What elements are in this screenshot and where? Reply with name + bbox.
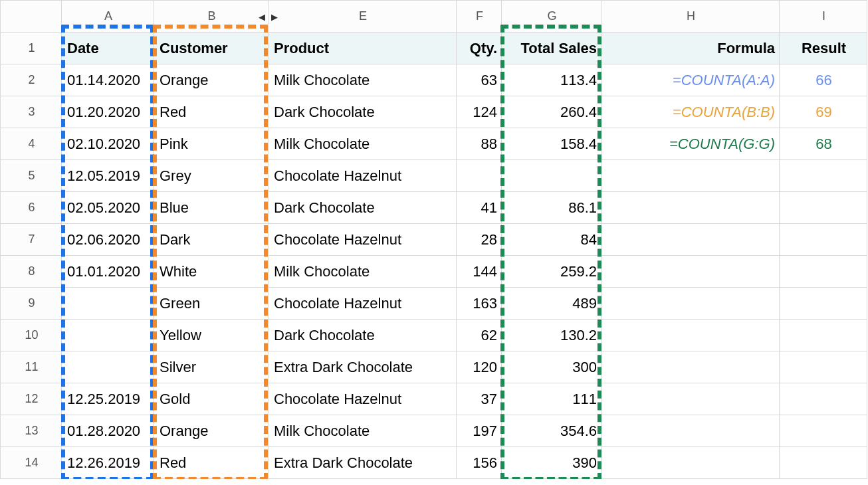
cell-I9[interactable]: [780, 288, 867, 320]
cell-F5[interactable]: [457, 160, 502, 192]
cell-B13[interactable]: Orange: [154, 415, 269, 447]
row-header[interactable]: 6: [1, 192, 62, 224]
cell-E13[interactable]: Milk Chocolate: [269, 415, 457, 447]
cell-I4[interactable]: 68: [780, 128, 867, 160]
cell-A3[interactable]: 01.20.2020: [62, 96, 154, 128]
expand-cols-left-icon[interactable]: ◀: [259, 11, 265, 21]
cell-E1[interactable]: Product: [269, 33, 457, 64]
cell-H10[interactable]: [601, 320, 780, 351]
col-header-F[interactable]: F: [457, 1, 502, 33]
cell-F3[interactable]: 124: [457, 96, 502, 128]
cell-A14[interactable]: 12.26.2019: [62, 447, 154, 479]
cell-B4[interactable]: Pink: [154, 128, 269, 160]
cell-H8[interactable]: [601, 256, 780, 288]
cell-H12[interactable]: [601, 383, 780, 415]
cell-E2[interactable]: Milk Chocolate: [269, 64, 457, 96]
cell-A12[interactable]: 12.25.2019: [62, 383, 154, 415]
cell-G13[interactable]: 354.6: [502, 415, 601, 447]
cell-H7[interactable]: [601, 224, 780, 256]
cell-I13[interactable]: [780, 415, 867, 447]
row-header[interactable]: 9: [1, 288, 62, 320]
cell-H4[interactable]: =COUNTA(G:G): [601, 128, 780, 160]
cell-F14[interactable]: 156: [457, 447, 502, 479]
cell-H3[interactable]: =COUNTA(B:B): [601, 96, 780, 128]
cell-A13[interactable]: 01.28.2020: [62, 415, 154, 447]
cell-B3[interactable]: Red: [154, 96, 269, 128]
cell-I2[interactable]: 66: [780, 64, 867, 96]
cell-B7[interactable]: Dark: [154, 224, 269, 256]
cell-B14[interactable]: Red: [154, 447, 269, 479]
cell-F11[interactable]: 120: [457, 351, 502, 383]
cell-H11[interactable]: [601, 351, 780, 383]
cell-B6[interactable]: Blue: [154, 192, 269, 224]
cell-F10[interactable]: 62: [457, 320, 502, 351]
cell-F6[interactable]: 41: [457, 192, 502, 224]
cell-B12[interactable]: Gold: [154, 383, 269, 415]
cell-H13[interactable]: [601, 415, 780, 447]
cell-H14[interactable]: [601, 447, 780, 479]
cell-I14[interactable]: [780, 447, 867, 479]
row-header[interactable]: 12: [1, 383, 62, 415]
row-header[interactable]: 3: [1, 96, 62, 128]
cell-E11[interactable]: Extra Dark Chocolate: [269, 351, 457, 383]
col-header-H[interactable]: H: [601, 1, 780, 33]
cell-F8[interactable]: 144: [457, 256, 502, 288]
select-all-corner[interactable]: [1, 1, 62, 33]
cell-H1[interactable]: Formula: [601, 33, 780, 64]
row-header[interactable]: 8: [1, 256, 62, 288]
cell-A2[interactable]: 01.14.2020: [62, 64, 154, 96]
cell-B1[interactable]: Customer: [154, 33, 269, 64]
cell-I1[interactable]: Result: [780, 33, 867, 64]
row-header[interactable]: 1: [1, 33, 62, 64]
cell-E10[interactable]: Dark Chocolate: [269, 320, 457, 351]
expand-cols-right-icon[interactable]: ▶: [271, 11, 278, 21]
cell-G12[interactable]: 111: [502, 383, 601, 415]
col-header-B[interactable]: B ◀: [154, 1, 269, 33]
cell-G8[interactable]: 259.2: [502, 256, 601, 288]
row-header[interactable]: 11: [1, 351, 62, 383]
cell-E14[interactable]: Extra Dark Chocolate: [269, 447, 457, 479]
cell-F7[interactable]: 28: [457, 224, 502, 256]
row-header[interactable]: 7: [1, 224, 62, 256]
col-header-I[interactable]: I: [780, 1, 867, 33]
row-header[interactable]: 13: [1, 415, 62, 447]
grid[interactable]: A B ◀ ▶ E F G H I 1 Date Customer Produc…: [0, 0, 867, 479]
cell-G11[interactable]: 300: [502, 351, 601, 383]
cell-B5[interactable]: Grey: [154, 160, 269, 192]
cell-A10[interactable]: [62, 320, 154, 351]
row-header[interactable]: 2: [1, 64, 62, 96]
cell-G5[interactable]: [502, 160, 601, 192]
cell-B8[interactable]: White: [154, 256, 269, 288]
cell-F2[interactable]: 63: [457, 64, 502, 96]
cell-E5[interactable]: Chocolate Hazelnut: [269, 160, 457, 192]
cell-B10[interactable]: Yellow: [154, 320, 269, 351]
cell-F4[interactable]: 88: [457, 128, 502, 160]
cell-I5[interactable]: [780, 160, 867, 192]
cell-G7[interactable]: 84: [502, 224, 601, 256]
cell-I8[interactable]: [780, 256, 867, 288]
cell-G3[interactable]: 260.4: [502, 96, 601, 128]
cell-A1[interactable]: Date: [62, 33, 154, 64]
cell-E4[interactable]: Milk Chocolate: [269, 128, 457, 160]
row-header[interactable]: 4: [1, 128, 62, 160]
cell-E3[interactable]: Dark Chocolate: [269, 96, 457, 128]
col-header-E[interactable]: ▶ E: [269, 1, 457, 33]
cell-B9[interactable]: Green: [154, 288, 269, 320]
cell-B11[interactable]: Silver: [154, 351, 269, 383]
cell-A4[interactable]: 02.10.2020: [62, 128, 154, 160]
cell-A7[interactable]: 02.06.2020: [62, 224, 154, 256]
cell-F13[interactable]: 197: [457, 415, 502, 447]
cell-E9[interactable]: Chocolate Hazelnut: [269, 288, 457, 320]
cell-I11[interactable]: [780, 351, 867, 383]
col-header-A[interactable]: A: [62, 1, 154, 33]
cell-I7[interactable]: [780, 224, 867, 256]
cell-H6[interactable]: [601, 192, 780, 224]
cell-E6[interactable]: Dark Chocolate: [269, 192, 457, 224]
cell-G9[interactable]: 489: [502, 288, 601, 320]
cell-I6[interactable]: [780, 192, 867, 224]
row-header[interactable]: 5: [1, 160, 62, 192]
cell-F12[interactable]: 37: [457, 383, 502, 415]
cell-B2[interactable]: Orange: [154, 64, 269, 96]
cell-I12[interactable]: [780, 383, 867, 415]
cell-A9[interactable]: [62, 288, 154, 320]
